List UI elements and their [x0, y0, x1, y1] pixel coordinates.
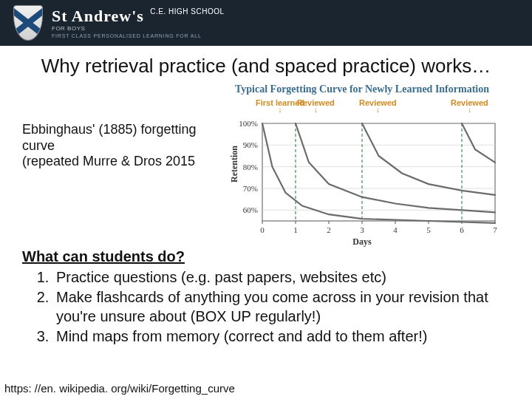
svg-text:1: 1	[293, 225, 298, 234]
advice-item-3: Mind maps from memory (correct and add t…	[53, 327, 510, 347]
caption-line-1: Ebbinghaus' (1885) forgetting curve	[22, 122, 222, 154]
source-url: https: //en. wikipedia. org/wiki/Forgett…	[4, 382, 235, 395]
advice-item-2: Make flashcards of anything you come acr…	[53, 288, 510, 326]
svg-text:90%: 90%	[243, 140, 258, 149]
annot-review-1: Reviewed↓	[297, 98, 335, 112]
school-for: FOR BOYS	[52, 26, 225, 32]
forgetting-curve-chart: 100%90%80%70%60%01234567	[222, 119, 502, 237]
svg-text:70%: 70%	[243, 184, 258, 193]
school-text-block: St Andrew's C.E. HIGH SCHOOL FOR BOYS FI…	[52, 8, 225, 38]
slide-title: Why retrieval practice (and spaced pract…	[22, 55, 510, 78]
school-crest-icon	[13, 5, 43, 41]
svg-text:100%: 100%	[239, 119, 258, 128]
svg-text:3: 3	[360, 225, 364, 234]
chart-annotations: First learned↓ Reviewed↓ Reviewed↓ Revie…	[222, 98, 502, 119]
svg-rect-0	[262, 123, 495, 221]
school-header: St Andrew's C.E. HIGH SCHOOL FOR BOYS FI…	[0, 0, 532, 46]
svg-text:80%: 80%	[243, 163, 258, 171]
caption-line-2: (repeated Murre & Dros 2015	[22, 154, 222, 170]
y-axis-label: Retention	[229, 146, 240, 183]
svg-text:0: 0	[260, 225, 265, 234]
chart-title: Typical Forgetting Curve for Newly Learn…	[222, 83, 502, 95]
svg-text:5: 5	[426, 225, 431, 234]
advice-item-1: Practice questions (e.g. past papers, we…	[53, 268, 510, 287]
school-name: St Andrew's	[52, 7, 144, 25]
advice-list: Practice questions (e.g. past papers, we…	[22, 268, 510, 347]
school-suffix: C.E. HIGH SCHOOL	[150, 7, 224, 16]
svg-text:6: 6	[460, 225, 464, 234]
content-row: Ebbinghaus' (1885) forgetting curve (rep…	[0, 82, 532, 245]
annot-review-2: Reviewed↓	[359, 98, 397, 112]
svg-text:2: 2	[327, 225, 331, 234]
svg-text:7: 7	[493, 225, 497, 234]
svg-text:60%: 60%	[243, 205, 258, 214]
left-caption: Ebbinghaus' (1885) forgetting curve (rep…	[22, 83, 222, 170]
question-heading: What can students do?	[22, 248, 510, 267]
svg-text:4: 4	[393, 225, 398, 234]
chart-block: Typical Forgetting Curve for Newly Learn…	[222, 83, 510, 245]
body-block: What can students do? Practice questions…	[0, 245, 532, 347]
x-axis-label: Days	[352, 236, 371, 248]
school-tagline: FIRST CLASS PERSONALISED LEARNING FOR AL…	[52, 33, 225, 38]
annot-review-3: Reviewed↓	[451, 98, 488, 112]
